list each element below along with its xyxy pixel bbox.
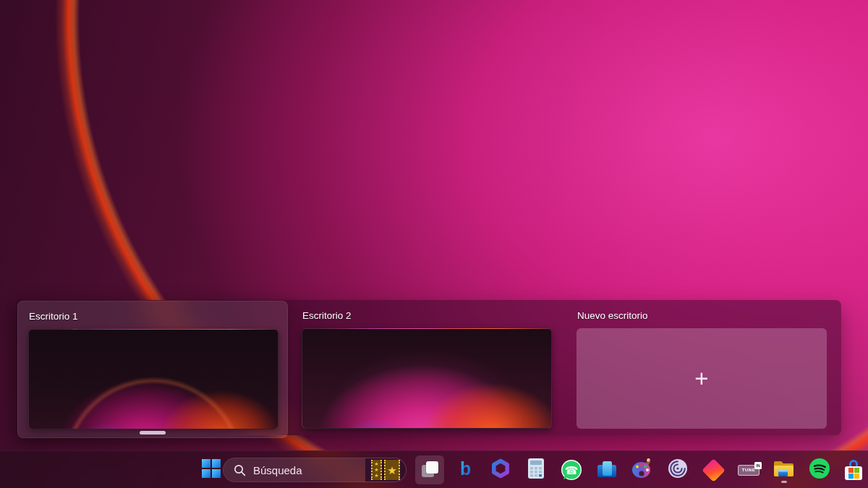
- whatsapp-button[interactable]: ☎: [557, 455, 586, 484]
- diamond-app-icon: [702, 458, 726, 482]
- diamond-app-button[interactable]: [699, 455, 728, 484]
- windows-logo-icon: [202, 459, 221, 481]
- microsoft-365-icon: [490, 458, 511, 481]
- search-placeholder: Búsqueda: [253, 464, 302, 476]
- microsoft-365-button[interactable]: [486, 455, 515, 484]
- spotify-icon: [809, 458, 830, 482]
- desktop-2-thumbnail[interactable]: [302, 328, 552, 429]
- search-icon: [234, 464, 246, 476]
- bittorrent-button[interactable]: [663, 455, 692, 484]
- svg-text:b: b: [460, 458, 471, 479]
- search-highlight-image[interactable]: ★ ★ ★ ★: [365, 458, 406, 481]
- tunein-button[interactable]: TUNE IN: [734, 455, 763, 484]
- microsoft-store-icon: [844, 460, 863, 480]
- spotify-button[interactable]: [805, 455, 834, 484]
- plus-icon: +: [694, 367, 708, 390]
- phone-link-icon: [592, 455, 621, 484]
- microsoft-store-button[interactable]: [839, 455, 868, 484]
- file-explorer-button[interactable]: [770, 455, 799, 484]
- calculator-icon: [527, 458, 545, 481]
- tunein-icon: TUNE IN: [738, 465, 760, 476]
- new-desktop-button[interactable]: +: [576, 328, 827, 429]
- task-view-icon: [415, 455, 444, 484]
- desktop-2-label: Escritorio 2: [302, 310, 352, 321]
- file-explorer-icon: [773, 459, 795, 481]
- taskbar: Búsqueda ★ ★ ★ ★: [0, 450, 868, 488]
- bing-button[interactable]: b: [451, 455, 480, 484]
- search-box[interactable]: Búsqueda ★ ★ ★ ★: [223, 458, 407, 482]
- new-desktop-label: Nuevo escritorio: [577, 310, 648, 321]
- film-strip-icon: ★ ★ ★: [371, 460, 382, 480]
- start-button[interactable]: [197, 455, 226, 484]
- bittorrent-icon: [668, 458, 688, 481]
- windows-task-view-screen: Escritorio 1 Escritorio 2 Nuevo escritor…: [0, 0, 868, 488]
- desktop-1-thumbnail[interactable]: [28, 329, 278, 429]
- desktop-card-1[interactable]: Escritorio 1: [17, 301, 288, 438]
- task-view-button[interactable]: [415, 455, 444, 484]
- running-app-indicator: [781, 481, 787, 483]
- paint-palette-icon: [631, 458, 653, 481]
- paint-button[interactable]: [628, 455, 657, 484]
- bing-icon: b: [455, 458, 475, 481]
- film-strip-star-icon: ★: [384, 460, 400, 480]
- desktop-1-label: Escritorio 1: [29, 311, 78, 322]
- desktop-card-2[interactable]: Escritorio 2: [292, 301, 562, 435]
- calculator-button[interactable]: [522, 455, 550, 484]
- whatsapp-icon: ☎: [561, 459, 582, 481]
- active-desktop-indicator: [140, 431, 166, 435]
- phone-link-button[interactable]: [592, 455, 621, 484]
- new-desktop-card: Nuevo escritorio +: [566, 301, 837, 435]
